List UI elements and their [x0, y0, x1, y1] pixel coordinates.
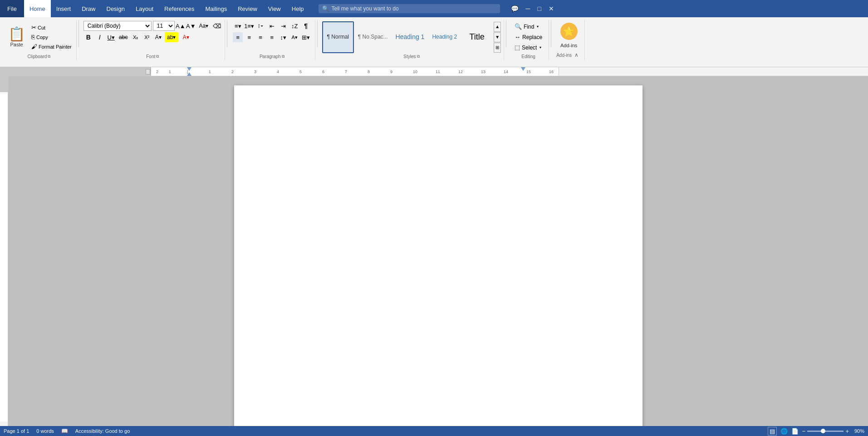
- styles-scroll-down[interactable]: ▼: [494, 32, 501, 42]
- menu-draw[interactable]: Draw: [76, 0, 101, 17]
- font-color-button[interactable]: A▾: [180, 32, 192, 42]
- font-shrink-button[interactable]: A▼: [186, 21, 196, 30]
- editing-group: 🔍 Find ▾ ↔ Replace ⬚ Select ▾ Editing: [508, 20, 549, 60]
- style-heading1[interactable]: Heading 1: [392, 21, 428, 53]
- shading-button[interactable]: A▾: [289, 32, 299, 42]
- font-group: Calibri (Body) 11 A▲ A▼ Aa▾ ⌫ B I U▾ abc: [81, 20, 225, 60]
- content-area: [0, 76, 868, 426]
- divider-4: [506, 20, 506, 47]
- bullets-button[interactable]: ≡▾: [233, 21, 243, 31]
- strikethrough-button[interactable]: abc: [118, 32, 129, 42]
- zoom-slider[interactable]: [807, 431, 843, 432]
- styles-scroll-controls: ▲ ▼ ⊞: [494, 22, 501, 53]
- paragraph-group: ≡▾ 1≡▾ ⫶▾ ⇤ ⇥ ↕Z ¶ ≡ ≡ ≡ ≡ ↕▾ A▾ ⊞▾: [229, 20, 315, 60]
- sort-button[interactable]: ↕Z: [289, 21, 299, 31]
- zoom-out-button[interactable]: −: [802, 428, 806, 435]
- addins-group: ⭐ Add-ins Add-ins ∧: [553, 20, 585, 60]
- style-heading2[interactable]: Heading 2: [428, 21, 461, 53]
- align-right-button[interactable]: ≡: [255, 32, 265, 42]
- style-normal[interactable]: ¶ Normal: [322, 21, 354, 53]
- copy-button[interactable]: ⎘ Copy: [29, 33, 74, 41]
- minimize-icon[interactable]: ─: [524, 3, 532, 14]
- chat-icon[interactable]: 💬: [509, 3, 520, 14]
- bold-button[interactable]: B: [83, 32, 93, 42]
- close-icon[interactable]: ✕: [547, 3, 556, 14]
- print-layout-icon[interactable]: ▤: [768, 427, 777, 436]
- cut-icon: ✂: [31, 24, 36, 31]
- clipboard-right: ✂ Cut ⎘ Copy 🖌 Format Painter: [29, 23, 74, 51]
- zoom-control: − + 90%: [802, 428, 864, 435]
- read-mode-icon[interactable]: 📄: [791, 428, 799, 435]
- menu-design[interactable]: Design: [101, 0, 130, 17]
- menu-insert[interactable]: Insert: [51, 0, 77, 17]
- numbering-button[interactable]: 1≡▾: [244, 21, 254, 31]
- maximize-icon[interactable]: □: [535, 3, 543, 14]
- ruler-left-margin[interactable]: [187, 67, 191, 71]
- paragraph-expand-icon[interactable]: ⧉: [282, 54, 284, 59]
- justify-button[interactable]: ≡: [267, 32, 277, 42]
- menu-view[interactable]: View: [263, 0, 286, 17]
- increase-indent-button[interactable]: ⇥: [278, 21, 288, 31]
- cut-button[interactable]: ✂ Cut: [29, 23, 74, 32]
- addins-icon[interactable]: ⭐: [560, 23, 578, 40]
- zoom-in-button[interactable]: +: [845, 428, 849, 435]
- highlight-color-button[interactable]: ab▾: [165, 32, 178, 42]
- menu-mailings[interactable]: Mailings: [200, 0, 233, 17]
- page-count: Page 1 of 1: [4, 428, 29, 434]
- clear-formatting-button[interactable]: ⌫: [212, 21, 222, 31]
- ruler-right-margin[interactable]: [521, 67, 525, 71]
- font-size-select[interactable]: 11: [153, 21, 175, 31]
- font-name-select[interactable]: Calibri (Body): [83, 21, 152, 31]
- paste-button[interactable]: 📋 Paste: [5, 25, 29, 49]
- menu-layout[interactable]: Layout: [130, 0, 159, 17]
- ruler-tab-button[interactable]: [146, 69, 150, 74]
- divider-5: [551, 20, 551, 47]
- decrease-indent-button[interactable]: ⇤: [267, 21, 277, 31]
- style-normal-preview: ¶ Normal: [327, 33, 349, 41]
- format-painter-button[interactable]: 🖌 Format Painter: [29, 42, 74, 51]
- style-h1-preview: Heading 1: [396, 33, 425, 42]
- font-color-highlight-button[interactable]: A▾: [153, 32, 163, 42]
- style-title[interactable]: Title: [461, 21, 493, 53]
- web-layout-icon[interactable]: 🌐: [780, 428, 788, 435]
- ribbon-collapse-button[interactable]: ∧: [572, 51, 581, 59]
- menu-file[interactable]: File: [0, 0, 24, 17]
- menu-review[interactable]: Review: [232, 0, 263, 17]
- find-button[interactable]: 🔍 Find ▾: [512, 22, 541, 31]
- clipboard-group: 📋 Paste ✂ Cut ⎘ Copy 🖌 Format Pain: [2, 20, 77, 60]
- font-expand-icon[interactable]: ⧉: [156, 54, 159, 59]
- select-button[interactable]: ⬚ Select ▾: [512, 43, 544, 52]
- styles-scroll-up[interactable]: ▲: [494, 22, 501, 32]
- menu-home[interactable]: Home: [24, 0, 51, 17]
- show-marks-button[interactable]: ¶: [301, 21, 311, 31]
- select-icon: ⬚: [515, 44, 520, 51]
- menu-bar: File Home Insert Draw Design Layout Refe…: [0, 0, 868, 17]
- center-button[interactable]: ≡: [244, 32, 254, 42]
- style-no-spacing[interactable]: ¶ No Spac...: [354, 21, 392, 53]
- menu-help[interactable]: Help: [286, 0, 309, 17]
- underline-button[interactable]: U▾: [106, 32, 116, 42]
- replace-button[interactable]: ↔ Replace: [512, 32, 545, 42]
- subscript-button[interactable]: X₂: [131, 32, 141, 42]
- menu-references[interactable]: References: [159, 0, 200, 17]
- align-left-button[interactable]: ≡: [233, 32, 243, 42]
- search-bar[interactable]: 🔍 Tell me what you want to do: [319, 4, 500, 13]
- multilevel-button[interactable]: ⫶▾: [255, 21, 265, 31]
- change-case-button[interactable]: Aa▾: [197, 21, 211, 31]
- ruler-first-line[interactable]: [187, 72, 191, 76]
- find-dropdown-icon: ▾: [537, 25, 539, 29]
- font-grow-button[interactable]: A▲: [176, 21, 185, 30]
- style-h2-preview: Heading 2: [432, 33, 457, 41]
- document-page[interactable]: [234, 85, 642, 426]
- styles-expand-icon[interactable]: ⧉: [417, 54, 420, 59]
- superscript-button[interactable]: X²: [142, 32, 152, 42]
- clipboard-expand-icon[interactable]: ⧉: [48, 54, 50, 59]
- styles-expand[interactable]: ⊞: [494, 43, 501, 53]
- document-scroll-area[interactable]: [8, 76, 868, 426]
- italic-button[interactable]: I: [95, 32, 105, 42]
- zoom-percentage[interactable]: 90%: [851, 428, 864, 434]
- styles-gallery: ¶ Normal ¶ No Spac... Heading 1: [322, 21, 493, 53]
- divider-2: [227, 20, 227, 47]
- borders-button[interactable]: ⊞▾: [301, 32, 311, 42]
- line-spacing-button[interactable]: ↕▾: [278, 32, 288, 42]
